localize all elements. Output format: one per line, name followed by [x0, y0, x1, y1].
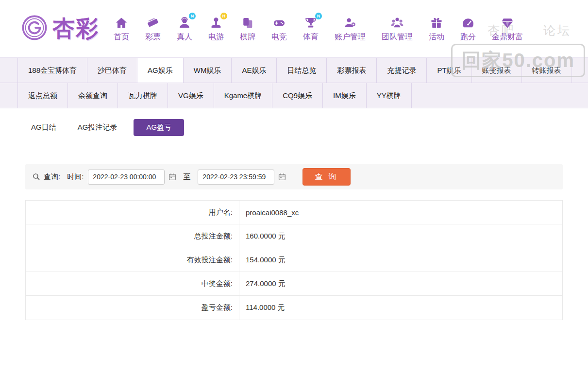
tab-item[interactable]: 转账报表	[522, 58, 572, 83]
tab-item[interactable]: 返点总额	[17, 83, 68, 108]
tab-item[interactable]: VG娱乐	[168, 83, 214, 108]
table-row: 盈亏金额: 114.0000 元	[26, 296, 562, 320]
query-bar: 查询: 时间: 至 查 询	[25, 164, 563, 189]
nav-label: 体育	[303, 32, 319, 42]
row-label: 总投注金额:	[26, 224, 239, 248]
top-header: 杏彩 首页 彩票 N	[0, 0, 588, 57]
to-label: 至	[183, 172, 190, 182]
table-row: 中奖金额: 274.0000 元	[26, 272, 562, 296]
tab-item[interactable]: 余额查询	[68, 83, 118, 108]
sub-tab-bar: AG日结AG投注记录AG盈亏	[0, 108, 588, 142]
tab-item[interactable]: 充提记录	[377, 58, 427, 83]
top-nav-item[interactable]: N 体育	[303, 15, 319, 42]
row-value: proaicai0088_xc	[239, 201, 299, 224]
sub-tab-item[interactable]: AG盈亏	[134, 119, 184, 136]
wealth-icon	[501, 16, 514, 30]
top-nav: 首页 彩票 N 真人 H	[114, 15, 523, 42]
tab-item[interactable]: 沙巴体育	[87, 58, 137, 83]
top-nav-item[interactable]: 账户管理	[335, 15, 366, 42]
nav-label: 跑分	[460, 32, 476, 42]
row-value: 114.0000 元	[239, 296, 285, 320]
table-row: 用户名: proaicai0088_xc	[26, 201, 562, 224]
top-nav-item[interactable]: 首页	[114, 15, 129, 42]
end-time-input[interactable]	[198, 170, 274, 185]
top-nav-item[interactable]: N 真人	[177, 15, 192, 42]
team-manage-icon	[390, 16, 404, 30]
row-value: 274.0000 元	[239, 272, 286, 295]
brand-name: 杏彩	[52, 14, 99, 44]
top-nav-item[interactable]: 跑分	[460, 15, 476, 42]
top-nav-item[interactable]: 金鼎财富	[492, 15, 523, 42]
tab-item[interactable]: 日结总览	[277, 58, 327, 83]
tab-item[interactable]: CQ9娱乐	[272, 83, 323, 108]
sub-tab-item[interactable]: AG投注记录	[73, 119, 122, 136]
time-label: 时间:	[67, 172, 84, 182]
row-value: 154.0000 元	[239, 248, 286, 272]
report-table: 用户名: proaicai0088_xc 总投注金额: 160.0000 元 有…	[25, 200, 563, 320]
tab-item[interactable]: AE娱乐	[232, 58, 277, 83]
row-value: 160.0000 元	[239, 224, 286, 248]
nav-label: 金鼎财富	[492, 32, 523, 42]
nav-badge: N	[315, 13, 322, 19]
tab-bar-row2: 返点总额余额查询瓦力棋牌VG娱乐Kgame棋牌CQ9娱乐IM娱乐YY棋牌	[0, 83, 588, 108]
account-manage-icon	[343, 16, 357, 30]
nav-label: 电竞	[271, 32, 287, 42]
row-label: 有效投注金额:	[26, 248, 239, 272]
nav-label: 活动	[429, 32, 444, 42]
query-submit-button[interactable]: 查 询	[302, 168, 350, 186]
calendar-icon-end[interactable]	[278, 172, 286, 181]
tab-item[interactable]: 188金宝博体育	[17, 58, 87, 83]
tab-item[interactable]: 账变报表	[472, 58, 522, 83]
nav-label: 电游	[208, 32, 224, 42]
brand-logo-icon	[21, 15, 48, 43]
brand-logo[interactable]: 杏彩	[21, 14, 99, 44]
start-time-input[interactable]	[88, 170, 165, 185]
tab-item[interactable]: Kgame棋牌	[214, 83, 273, 108]
tab-item[interactable]: 彩票报表	[327, 58, 377, 83]
row-label: 用户名:	[26, 201, 239, 224]
speedometer-icon	[461, 16, 475, 30]
tab-item[interactable]: IM娱乐	[323, 83, 367, 108]
nav-label: 真人	[177, 32, 192, 42]
top-nav-item[interactable]: 彩票	[145, 15, 161, 42]
nav-label: 彩票	[145, 32, 161, 42]
nav-label: 团队管理	[382, 32, 413, 42]
top-nav-item[interactable]: 团队管理	[382, 15, 413, 42]
row-label: 盈亏金额:	[26, 296, 239, 320]
top-nav-item[interactable]: H 电游	[208, 15, 224, 42]
search-icon	[32, 172, 41, 181]
nav-badge: N	[189, 13, 196, 19]
lottery-icon	[146, 16, 160, 30]
top-nav-item[interactable]: 活动	[429, 15, 444, 42]
tab-item[interactable]: AG娱乐	[137, 58, 184, 83]
row-label: 中奖金额:	[26, 272, 239, 295]
nav-label: 账户管理	[335, 32, 366, 42]
tab-item[interactable]: 瓦力棋牌	[118, 83, 168, 108]
activity-icon	[430, 16, 443, 30]
nav-badge: H	[220, 13, 227, 19]
table-row: 有效投注金额: 154.0000 元	[26, 248, 562, 272]
nav-label: 首页	[114, 32, 129, 42]
home-icon	[115, 16, 128, 30]
top-nav-item[interactable]: 电竞	[271, 15, 287, 42]
query-label: 查询:	[44, 172, 60, 182]
tab-item[interactable]: YY棋牌	[367, 83, 412, 108]
tab-bar-row1: 188金宝博体育沙巴体育AG娱乐WM娱乐AE娱乐日结总览彩票报表充提记录PT娱乐…	[0, 57, 588, 83]
calendar-icon-start[interactable]	[168, 172, 177, 181]
nav-label: 棋牌	[240, 32, 255, 42]
tab-item[interactable]: PT娱乐	[427, 58, 471, 83]
table-row: 总投注金额: 160.0000 元	[26, 224, 562, 248]
sub-tab-item[interactable]: AG日结	[26, 119, 61, 136]
top-nav-item[interactable]: 棋牌	[240, 15, 255, 42]
tab-item[interactable]: WM娱乐	[184, 58, 232, 83]
esports-icon	[272, 16, 286, 30]
board-cards-icon	[241, 16, 254, 30]
